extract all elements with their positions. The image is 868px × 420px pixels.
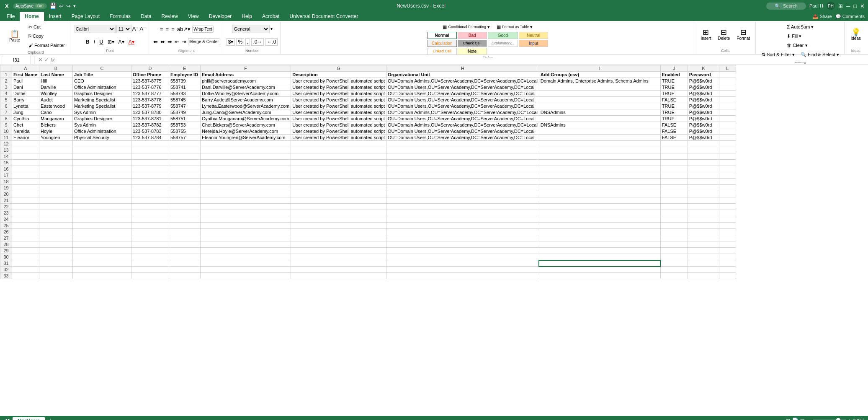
cell-L25[interactable] <box>719 223 736 229</box>
decrease-decimal-icon[interactable]: ←.0 <box>265 38 278 46</box>
cell-J5[interactable]: FALSE <box>660 97 688 103</box>
cell-D31[interactable] <box>131 260 169 267</box>
cell-I18[interactable] <box>539 179 660 185</box>
cell-C16[interactable] <box>73 166 131 172</box>
cell-I26[interactable] <box>539 229 660 235</box>
cell-G5[interactable]: User created by PowerShell automated scr… <box>291 97 386 103</box>
cell-D30[interactable] <box>131 254 169 260</box>
cell-I29[interactable] <box>539 248 660 254</box>
cell-L16[interactable] <box>719 166 736 172</box>
cell-L2[interactable] <box>719 78 736 84</box>
cell-K31[interactable] <box>688 260 719 267</box>
cell-D21[interactable] <box>131 197 169 204</box>
cell-E27[interactable] <box>169 235 201 241</box>
cell-B9[interactable]: Bickers <box>39 122 73 128</box>
cell-D33[interactable] <box>131 273 169 279</box>
cell-I27[interactable] <box>539 235 660 241</box>
cell-H22[interactable] <box>386 204 539 210</box>
cell-K4[interactable]: P@$$w0rd <box>688 91 719 97</box>
cell-E26[interactable] <box>169 229 201 235</box>
cell-L23[interactable] <box>719 210 736 216</box>
cell-G31[interactable] <box>291 260 386 267</box>
cell-G11[interactable]: User created by PowerShell automated scr… <box>291 135 386 141</box>
paste-button[interactable]: 📋 Paste <box>4 24 25 48</box>
cell-K11[interactable]: P@$$w0rd <box>688 135 719 141</box>
cell-H6[interactable]: OU=Domain Users,OU=ServerAcademy,DC=Serv… <box>386 103 539 109</box>
cell-A14[interactable] <box>12 153 39 160</box>
cell-J27[interactable] <box>660 235 688 241</box>
cell-L8[interactable] <box>719 116 736 122</box>
cell-I30[interactable] <box>539 254 660 260</box>
tab-file[interactable]: File <box>2 12 20 21</box>
cell-D4[interactable]: 123-537-8777 <box>131 91 169 97</box>
cell-D8[interactable]: 123-537-8781 <box>131 116 169 122</box>
cut-button[interactable]: ✂ Cut <box>26 23 67 31</box>
cell-C18[interactable] <box>73 179 131 185</box>
cell-A18[interactable] <box>12 179 39 185</box>
cell-D26[interactable] <box>131 229 169 235</box>
cell-F17[interactable] <box>201 172 291 179</box>
cell-I7[interactable]: DNSAdmins <box>539 109 660 116</box>
spreadsheet-wrapper[interactable]: A B C D E F G H I J K L 1 Fir <box>0 65 868 416</box>
cell-H4[interactable]: OU=Domain Users,OU=ServerAcademy,DC=Serv… <box>386 91 539 97</box>
borders-button[interactable]: ⊞▾ <box>106 39 116 45</box>
cell-D13[interactable] <box>131 147 169 153</box>
cell-G17[interactable] <box>291 172 386 179</box>
cell-I16[interactable] <box>539 166 660 172</box>
cell-J3[interactable]: TRUE <box>660 84 688 91</box>
cell-B22[interactable] <box>39 204 73 210</box>
cell-L5[interactable] <box>719 97 736 103</box>
cell-F19[interactable] <box>201 185 291 191</box>
font-size-select[interactable]: 11 <box>116 25 131 33</box>
cell-L20[interactable] <box>719 191 736 197</box>
cell-A29[interactable] <box>12 248 39 254</box>
cell-L29[interactable] <box>719 248 736 254</box>
cell-C5[interactable]: Marketing Specialist <box>73 97 131 103</box>
cell-H31[interactable] <box>386 260 539 267</box>
cell-E18[interactable] <box>169 179 201 185</box>
cell-F18[interactable] <box>201 179 291 185</box>
formula-insert-function-icon[interactable]: fx <box>51 57 55 63</box>
cell-H30[interactable] <box>386 254 539 260</box>
sheet-tab-newusers[interactable]: NewUsers <box>13 417 45 420</box>
cell-E8[interactable]: 558751 <box>169 116 201 122</box>
cell-A7[interactable]: Jung <box>12 109 39 116</box>
cell-A16[interactable] <box>12 166 39 172</box>
cell-F31[interactable] <box>201 260 291 267</box>
copy-button[interactable]: ⎘ Copy <box>26 32 67 40</box>
cell-C7[interactable]: Sys Admin <box>73 109 131 116</box>
cell-A9[interactable]: Chet <box>12 122 39 128</box>
cell-K3[interactable]: P@$$w0rd <box>688 84 719 91</box>
cell-L32[interactable] <box>719 267 736 273</box>
cell-E6[interactable]: 558747 <box>169 103 201 109</box>
cell-D12[interactable] <box>131 141 169 147</box>
cell-A30[interactable] <box>12 254 39 260</box>
cell-L24[interactable] <box>719 216 736 223</box>
cell-E31[interactable] <box>169 260 201 267</box>
cell-I9[interactable]: DNSAdmins <box>539 122 660 128</box>
cell-H16[interactable] <box>386 166 539 172</box>
cell-H2[interactable]: OU=Domain Admins,OU=ServerAcademy,DC=Ser… <box>386 78 539 84</box>
cell-C2[interactable]: CEO <box>73 78 131 84</box>
cell-H18[interactable] <box>386 179 539 185</box>
cell-H5[interactable]: OU=Domain Users,OU=ServerAcademy,DC=Serv… <box>386 97 539 103</box>
underline-button[interactable]: U <box>98 38 105 45</box>
cell-K21[interactable] <box>688 197 719 204</box>
tab-view[interactable]: View <box>183 12 204 21</box>
cell-A21[interactable] <box>12 197 39 204</box>
cell-G30[interactable] <box>291 254 386 260</box>
cell-L7[interactable] <box>719 109 736 116</box>
style-linked-cell[interactable]: Linked Cell <box>428 48 457 55</box>
cell-A22[interactable] <box>12 204 39 210</box>
comma-icon[interactable]: , <box>245 38 250 46</box>
cell-A25[interactable] <box>12 223 39 229</box>
cell-H3[interactable]: OU=Domain Users,OU=ServerAcademy,DC=Serv… <box>386 84 539 91</box>
undo-icon[interactable]: ↩ <box>59 3 64 9</box>
cell-H14[interactable] <box>386 153 539 160</box>
cell-B32[interactable] <box>39 267 73 273</box>
cell-A6[interactable]: Lynetta <box>12 103 39 109</box>
cell-A32[interactable] <box>12 267 39 273</box>
cell-L26[interactable] <box>719 229 736 235</box>
cell-B24[interactable] <box>39 216 73 223</box>
cell-H32[interactable] <box>386 267 539 273</box>
